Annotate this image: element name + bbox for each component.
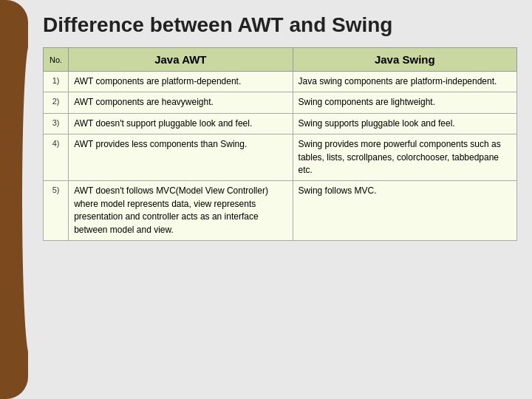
row-number: 4) xyxy=(44,134,69,181)
row-awt-cell: AWT components are heavyweight. xyxy=(69,92,293,113)
table-row: 5)AWT doesn't follows MVC(Model View Con… xyxy=(44,181,517,241)
row-swing-cell: Swing supports pluggable look and feel. xyxy=(293,113,516,134)
row-number: 5) xyxy=(44,181,69,241)
row-swing-cell: Swing components are lightweight. xyxy=(293,92,516,113)
content-area: Difference between AWT and Swing No. Jav… xyxy=(28,0,532,399)
page-background: Difference between AWT and Swing No. Jav… xyxy=(0,0,532,399)
table-row: 4)AWT provides less components than Swin… xyxy=(44,134,517,181)
row-awt-cell: AWT doesn't support pluggable look and f… xyxy=(69,113,293,134)
row-swing-cell: Swing follows MVC. xyxy=(293,181,516,241)
left-decoration xyxy=(0,0,28,399)
row-swing-cell: Swing provides more powerful components … xyxy=(293,134,516,181)
table-row: 2)AWT components are heavyweight.Swing c… xyxy=(44,92,517,113)
table-row: 1)AWT components are platform-dependent.… xyxy=(44,72,517,92)
row-number: 3) xyxy=(44,113,69,134)
row-swing-cell: Java swing components are platform-indep… xyxy=(293,72,516,92)
page-title: Difference between AWT and Swing xyxy=(43,13,517,37)
row-number: 1) xyxy=(44,72,69,92)
comparison-table: No. Java AWT Java Swing 1)AWT components… xyxy=(43,47,517,241)
row-number: 2) xyxy=(44,92,69,113)
header-awt: Java AWT xyxy=(69,48,293,72)
row-awt-cell: AWT provides less components than Swing. xyxy=(69,134,293,181)
table-row: 3)AWT doesn't support pluggable look and… xyxy=(44,113,517,134)
header-swing: Java Swing xyxy=(293,48,516,72)
row-awt-cell: AWT components are platform-dependent. xyxy=(69,72,293,92)
row-awt-cell: AWT doesn't follows MVC(Model View Contr… xyxy=(69,181,293,241)
header-no: No. xyxy=(44,48,69,72)
